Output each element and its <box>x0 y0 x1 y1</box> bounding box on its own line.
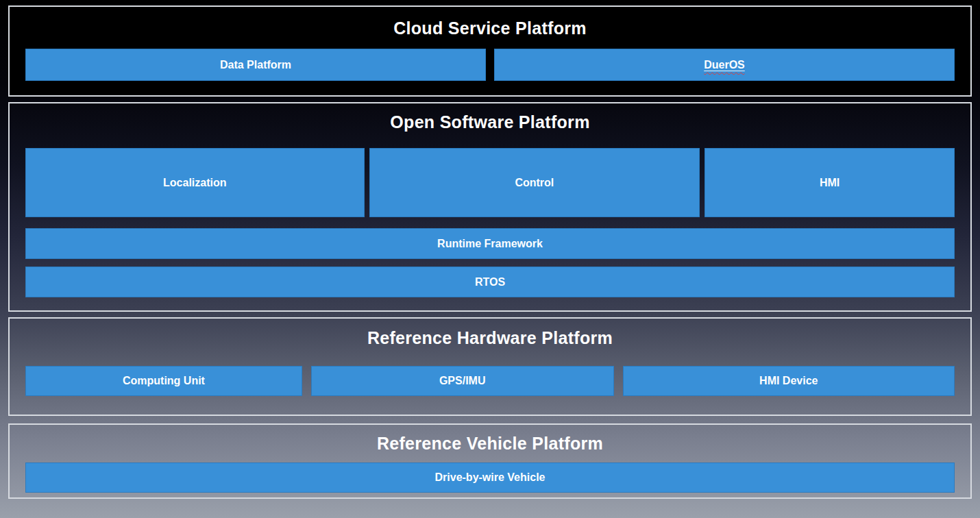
box-runtime-framework: Runtime Framework <box>25 228 955 259</box>
box-computing-unit: Computing Unit <box>25 366 302 396</box>
box-control: Control <box>369 148 700 217</box>
rtos-row: RTOS <box>10 267 970 297</box>
cloud-box-row: Data Platform DuerOS <box>10 49 970 81</box>
reference-hardware-platform-title: Reference Hardware Platform <box>10 319 970 348</box>
software-box-row: Localization Control HMI <box>10 148 970 217</box>
box-gps-imu: GPS/IMU <box>311 366 614 396</box>
section-reference-hardware-platform: Reference Hardware Platform Computing Un… <box>8 317 972 416</box>
box-computing-unit-label: Computing Unit <box>123 375 205 387</box>
box-hmi-device: HMI Device <box>623 366 955 396</box>
architecture-diagram: Cloud Service Platform Data Platform Due… <box>0 5 980 499</box>
runtime-framework-row: Runtime Framework <box>10 228 970 259</box>
section-cloud-service-platform: Cloud Service Platform Data Platform Due… <box>8 5 972 97</box>
box-hmi-device-label: HMI Device <box>759 375 818 387</box>
box-drive-by-wire-vehicle: Drive-by-wire Vehicle <box>25 463 955 493</box>
box-hmi-label: HMI <box>820 177 840 189</box>
box-data-platform-label: Data Platform <box>220 59 291 71</box>
box-drive-by-wire-vehicle-label: Drive-by-wire Vehicle <box>435 471 546 484</box>
vehicle-box-row: Drive-by-wire Vehicle <box>10 463 970 493</box>
box-dueros-label: DuerOS <box>704 59 745 71</box>
reference-vehicle-platform-title: Reference Vehicle Platform <box>10 425 970 454</box>
box-data-platform: Data Platform <box>25 49 486 81</box>
box-localization: Localization <box>25 148 365 217</box>
section-reference-vehicle-platform: Reference Vehicle Platform Drive-by-wire… <box>8 423 972 499</box>
box-rtos-label: RTOS <box>475 276 505 288</box>
section-open-software-platform: Open Software Platform Localization Cont… <box>8 102 972 312</box>
box-control-label: Control <box>515 177 554 189</box>
box-rtos: RTOS <box>25 267 955 297</box>
cloud-service-platform-title: Cloud Service Platform <box>10 7 970 38</box>
box-hmi: HMI <box>705 148 955 217</box>
box-dueros: DuerOS <box>494 49 955 81</box>
open-software-platform-title: Open Software Platform <box>10 103 970 132</box>
hardware-box-row: Computing Unit GPS/IMU HMI Device <box>10 366 970 396</box>
box-localization-label: Localization <box>163 177 226 189</box>
box-gps-imu-label: GPS/IMU <box>439 375 486 387</box>
dueros-underline: DuerOS <box>704 59 745 71</box>
box-runtime-framework-label: Runtime Framework <box>437 238 543 250</box>
